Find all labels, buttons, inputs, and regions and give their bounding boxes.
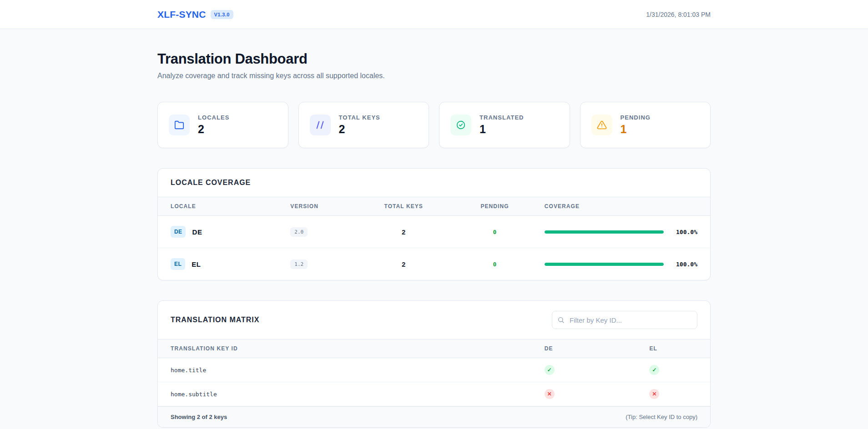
translation-matrix-title: TRANSLATION MATRIX <box>171 316 259 324</box>
total-keys-value: 2 <box>362 218 445 246</box>
col-header-total-keys: TOTAL KEYS <box>362 197 445 215</box>
table-row: DE DE 2.0 2 0 100.0% <box>158 216 710 248</box>
search-icon <box>557 316 565 324</box>
coverage-progress-bar <box>545 230 664 234</box>
matrix-footer: Showing 2 of 2 keys (Tip: Select Key ID … <box>158 406 710 427</box>
coverage-progress-fill <box>545 263 664 266</box>
locale-badge: EL <box>171 258 185 270</box>
version-pill: 2.0 <box>290 227 308 237</box>
stat-label: PENDING <box>621 114 651 121</box>
matrix-row-count: Showing 2 of 2 keys <box>171 414 227 420</box>
matrix-header-row: TRANSLATION KEY ID DE EL <box>158 339 710 358</box>
stat-value: 2 <box>339 123 380 136</box>
warning-triangle-icon <box>591 115 612 135</box>
table-row: home.title ✓ ✓ <box>158 358 710 382</box>
locale-coverage-title: LOCALE COVERAGE <box>171 179 251 187</box>
coverage-percent: 100.0% <box>671 261 697 268</box>
table-row: home.subtitle ✕ ✕ <box>158 382 710 406</box>
translation-key-id[interactable]: home.subtitle <box>171 391 217 398</box>
col-header-pending: PENDING <box>445 197 545 215</box>
locale-name: DE <box>192 228 202 236</box>
coverage-progress-bar <box>545 263 664 266</box>
stat-value: 2 <box>198 123 229 136</box>
table-row: EL EL 1.2 2 0 100.0% <box>158 248 710 280</box>
slashes-icon <box>310 115 331 135</box>
stat-card-pending: PENDING 1 <box>580 102 711 148</box>
coverage-progress-fill <box>545 230 664 234</box>
version-pill: 1.2 <box>290 259 308 269</box>
stats-row: LOCALES 2 TOTAL KEYS 2 TRANSLATED 1 <box>157 102 711 148</box>
current-timestamp: 1/31/2026, 8:01:03 PM <box>646 11 711 18</box>
top-bar: XLF-SYNC V1.3.0 1/31/2026, 8:01:03 PM <box>0 0 868 29</box>
translated-check-icon: ✓ <box>545 365 555 375</box>
stat-value: 1 <box>621 123 651 136</box>
col-header-coverage: COVERAGE <box>545 197 710 215</box>
page-title: Translation Dashboard <box>157 51 711 67</box>
col-header-el: EL <box>649 339 710 358</box>
total-keys-value: 2 <box>362 250 445 278</box>
version-badge: V1.3.0 <box>211 10 233 19</box>
stat-card-total-keys: TOTAL KEYS 2 <box>298 102 429 148</box>
key-filter <box>552 311 697 329</box>
pending-value: 0 <box>445 219 545 245</box>
matrix-tip: (Tip: Select Key ID to copy) <box>626 414 697 420</box>
stat-label: LOCALES <box>198 114 229 121</box>
stat-value: 1 <box>479 123 524 136</box>
locale-coverage-header-row: LOCALE VERSION TOTAL KEYS PENDING COVERA… <box>158 197 710 216</box>
stat-label: TRANSLATED <box>479 114 524 121</box>
pending-value: 0 <box>445 251 545 278</box>
missing-x-icon: ✕ <box>545 389 555 399</box>
main-content: Translation Dashboard Analyze coverage a… <box>157 29 711 429</box>
missing-x-icon: ✕ <box>649 389 659 399</box>
coverage-percent: 100.0% <box>671 229 697 235</box>
translation-matrix-panel: TRANSLATION MATRIX TRANSLATION KEY ID DE… <box>157 300 711 428</box>
page-subtitle: Analyze coverage and track missing keys … <box>157 72 711 80</box>
translated-check-icon: ✓ <box>649 365 659 375</box>
locale-badge: DE <box>171 226 186 238</box>
col-header-key-id: TRANSLATION KEY ID <box>158 339 545 358</box>
col-header-de: DE <box>545 339 650 358</box>
col-header-version: VERSION <box>290 197 362 215</box>
col-header-locale: LOCALE <box>158 197 290 215</box>
folder-icon <box>169 115 190 135</box>
stat-card-translated: TRANSLATED 1 <box>439 102 570 148</box>
app-brand: XLF-SYNC <box>157 9 206 20</box>
stat-card-locales: LOCALES 2 <box>157 102 288 148</box>
key-filter-input[interactable] <box>552 311 697 329</box>
stat-label: TOTAL KEYS <box>339 114 380 121</box>
translation-key-id[interactable]: home.title <box>171 367 206 374</box>
check-circle-icon <box>450 115 471 135</box>
locale-coverage-panel: LOCALE COVERAGE LOCALE VERSION TOTAL KEY… <box>157 168 711 280</box>
locale-name: EL <box>192 260 201 268</box>
